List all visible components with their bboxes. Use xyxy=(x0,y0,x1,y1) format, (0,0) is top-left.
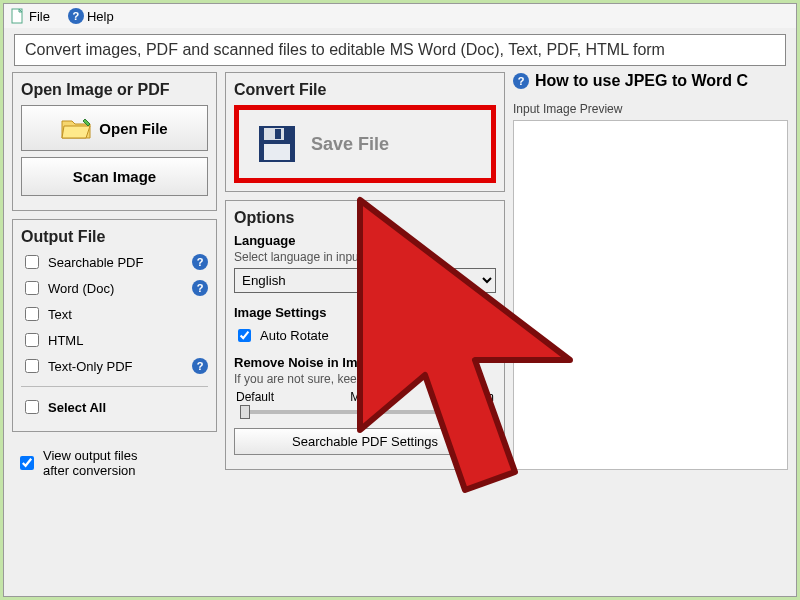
checkbox-auto-rotate[interactable] xyxy=(238,329,251,342)
preview-panel xyxy=(513,120,788,470)
help-icon[interactable]: ? xyxy=(192,254,208,270)
opt-searchable-pdf-label: Searchable PDF xyxy=(48,255,143,270)
menu-help[interactable]: ? Help xyxy=(68,8,114,24)
menu-help-label: Help xyxy=(87,9,114,24)
slider-thumb[interactable] xyxy=(240,405,250,419)
open-file-button[interactable]: Open File xyxy=(21,105,208,151)
image-settings-head: Image Settings xyxy=(234,305,496,320)
view-output-label: View output files after conversion xyxy=(43,448,137,478)
help-icon: ? xyxy=(68,8,84,24)
opt-text-only-pdf[interactable]: Text-Only PDF ? xyxy=(21,356,208,376)
preview-label: Input Image Preview xyxy=(513,102,788,116)
help-icon[interactable]: ? xyxy=(192,358,208,374)
opt-text[interactable]: Text xyxy=(21,304,208,324)
language-head: Language xyxy=(234,233,496,248)
output-file-group: Output File Searchable PDF ? Word (Doc) … xyxy=(12,219,217,432)
noise-slider[interactable]: Default Medium High xyxy=(234,390,496,414)
scan-image-button[interactable]: Scan Image xyxy=(21,157,208,196)
menu-file[interactable]: File xyxy=(10,8,50,24)
howto-link[interactable]: ? How to use JPEG to Word C xyxy=(513,72,788,90)
help-icon[interactable]: ? xyxy=(192,280,208,296)
auto-rotate-label: Auto Rotate xyxy=(260,328,329,343)
menubar: File ? Help xyxy=(4,4,796,28)
checkbox-deskew[interactable] xyxy=(375,329,388,342)
menu-file-label: File xyxy=(29,9,50,24)
checkbox-word-doc[interactable] xyxy=(25,281,39,295)
slider-hi: High xyxy=(469,390,494,404)
file-icon xyxy=(10,8,26,24)
checkbox-text[interactable] xyxy=(25,307,39,321)
view-output-row[interactable]: View output files after conversion xyxy=(12,446,217,480)
opt-html[interactable]: HTML xyxy=(21,330,208,350)
opt-searchable-pdf[interactable]: Searchable PDF ? xyxy=(21,252,208,272)
checkbox-view-output[interactable] xyxy=(20,456,34,470)
convert-file-title: Convert File xyxy=(234,81,496,99)
help-icon: ? xyxy=(513,73,529,89)
slider-mid: Medium xyxy=(350,390,393,404)
language-select[interactable]: English xyxy=(234,268,496,293)
slider-lo: Default xyxy=(236,390,274,404)
checkbox-html[interactable] xyxy=(25,333,39,347)
deskew-label: Desk xyxy=(397,328,427,343)
svg-rect-4 xyxy=(264,144,290,160)
open-image-title: Open Image or PDF xyxy=(21,81,208,99)
howto-label: How to use JPEG to Word C xyxy=(535,72,748,90)
checkbox-select-all[interactable] xyxy=(25,400,39,414)
description-banner: Convert images, PDF and scanned files to… xyxy=(14,34,786,66)
options-group: Options Language Select language in inpu… xyxy=(225,200,505,470)
folder-icon xyxy=(61,116,91,140)
open-image-group: Open Image or PDF Open File Scan Image xyxy=(12,72,217,211)
opt-text-only-pdf-label: Text-Only PDF xyxy=(48,359,133,374)
svg-rect-3 xyxy=(275,129,281,139)
opt-word-doc[interactable]: Word (Doc) ? xyxy=(21,278,208,298)
noise-head: Remove Noise in Image xyxy=(234,355,496,370)
output-file-title: Output File xyxy=(21,228,208,246)
noise-hint: If you are not sure, keep it as "defa xyxy=(234,372,496,386)
opt-html-label: HTML xyxy=(48,333,83,348)
convert-file-group: Convert File Save File xyxy=(225,72,505,192)
language-hint: Select language in input file xyxy=(234,250,496,264)
searchable-pdf-settings-label: Searchable PDF Settings xyxy=(292,434,438,449)
opt-select-all-label: Select All xyxy=(48,400,106,415)
save-file-button[interactable]: Save File xyxy=(234,105,496,183)
searchable-pdf-settings-button[interactable]: Searchable PDF Settings xyxy=(234,428,496,455)
opt-select-all[interactable]: Select All xyxy=(21,397,208,417)
open-file-label: Open File xyxy=(99,120,167,137)
checkbox-searchable-pdf[interactable] xyxy=(25,255,39,269)
checkbox-text-only-pdf[interactable] xyxy=(25,359,39,373)
opt-text-label: Text xyxy=(48,307,72,322)
opt-word-doc-label: Word (Doc) xyxy=(48,281,114,296)
scan-image-label: Scan Image xyxy=(73,168,156,185)
save-file-label: Save File xyxy=(311,134,389,155)
options-title: Options xyxy=(234,209,496,227)
floppy-icon xyxy=(257,124,297,164)
